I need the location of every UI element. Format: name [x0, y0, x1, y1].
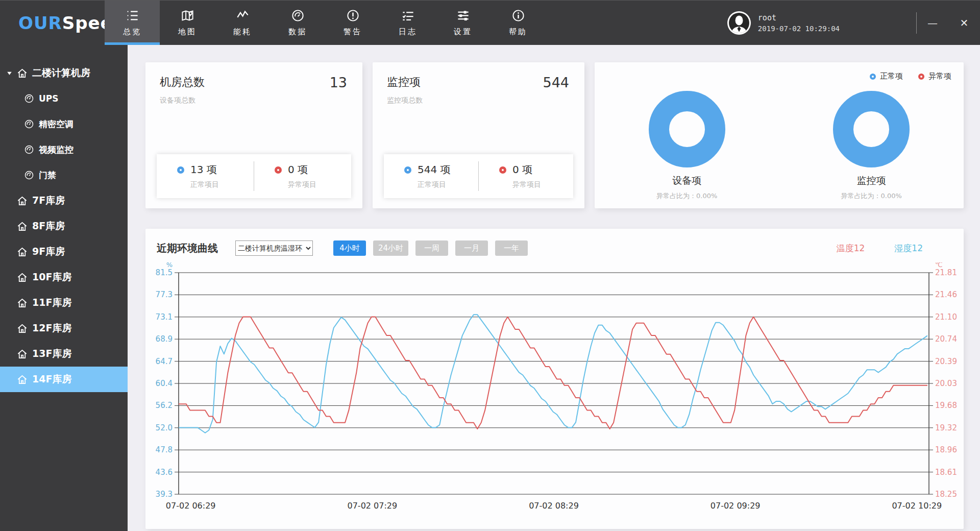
minimize-button[interactable]: —: [917, 1, 948, 45]
room-selector[interactable]: 二楼计算机房温湿环: [235, 240, 313, 256]
svg-text:21.81: 21.81: [935, 268, 957, 277]
sidebar-item-label: 7F库房: [32, 194, 65, 207]
list-icon: [126, 9, 139, 22]
nav-item-data[interactable]: 数据: [270, 1, 325, 45]
sidebar-subitem-door[interactable]: 门禁: [0, 162, 128, 188]
donut-legend: 正常项 异常项: [870, 71, 951, 81]
card-subtitle: 监控项总数: [387, 96, 570, 105]
monitor-donut-chart: [833, 91, 910, 167]
nav-item-settings[interactable]: 设置: [435, 1, 491, 45]
svg-text:19.68: 19.68: [935, 401, 957, 410]
svg-text:39.3: 39.3: [156, 490, 173, 499]
sidebar-item-8f[interactable]: 8F库房: [0, 213, 128, 239]
sidebar-item-11f[interactable]: 11F库房: [0, 290, 128, 316]
sliders-icon: [456, 9, 470, 22]
svg-text:07-02 10:29: 07-02 10:29: [892, 501, 942, 511]
range-button-4h[interactable]: 4小时: [333, 240, 366, 256]
legend-humidity[interactable]: 湿度12: [894, 243, 923, 254]
map-icon: [181, 9, 194, 22]
sidebar-item-10f[interactable]: 10F库房: [0, 264, 128, 290]
gauge-icon: [24, 144, 34, 155]
sidebar-item-label: 8F库房: [32, 220, 65, 233]
sidebar-subitem-video[interactable]: 视频监控: [0, 137, 128, 162]
sidebar-item-label: 9F库房: [32, 245, 65, 258]
svg-text:07-02 06:29: 07-02 06:29: [166, 501, 216, 511]
svg-text:56.2: 56.2: [156, 401, 173, 410]
current-datetime: 2019-07-02 10:29:04: [758, 25, 840, 33]
legend-normal-label: 正常项: [880, 71, 903, 81]
nav-item-log[interactable]: 日志: [380, 1, 435, 45]
range-button-24h[interactable]: 24小时: [373, 240, 408, 256]
normal-count: 544 项: [418, 163, 451, 177]
legend-temperature[interactable]: 温度12: [837, 243, 865, 254]
sidebar-subitem-ac[interactable]: 精密空调: [0, 111, 128, 137]
normal-label: 正常项目: [418, 180, 478, 189]
nav-item-map[interactable]: 地图: [160, 1, 215, 45]
home-icon: [16, 67, 28, 79]
home-icon: [16, 297, 28, 309]
nav-item-help[interactable]: 帮助: [491, 1, 546, 45]
sidebar-item-7f[interactable]: 7F库房: [0, 188, 128, 213]
svg-text:07-02 07:29: 07-02 07:29: [348, 501, 398, 511]
sidebar-item-13f[interactable]: 13F库房: [0, 341, 128, 367]
svg-text:21.46: 21.46: [935, 290, 957, 299]
sidebar-subitem-ups[interactable]: UPS: [0, 86, 128, 111]
abnormal-label: 异常项目: [512, 180, 573, 189]
svg-text:07-02 09:29: 07-02 09:29: [710, 501, 761, 511]
nav-label: 能耗: [233, 27, 252, 37]
legend-abnormal[interactable]: 异常项: [918, 71, 951, 81]
legend-normal[interactable]: 正常项: [870, 71, 903, 81]
sidebar-item-room-2f[interactable]: 二楼计算机房: [0, 60, 128, 86]
svg-text:43.6: 43.6: [156, 468, 173, 477]
monitor-total-card: 监控项 监控项总数 544 544 项 正常项目 0 项 异常项目: [373, 62, 584, 208]
abnormal-stat: 0 项 异常项目: [254, 163, 351, 189]
caret-spacer: [6, 223, 16, 230]
log-icon: [401, 9, 415, 22]
nav-label: 总览: [123, 27, 141, 37]
normal-ring-icon: [870, 74, 876, 80]
card-title: 机房总数: [160, 75, 348, 90]
app-logo: OURSpeed: [0, 1, 105, 45]
svg-text:77.3: 77.3: [156, 290, 173, 299]
sidebar-item-14f[interactable]: 14F库房: [0, 367, 128, 392]
svg-text:℃: ℃: [935, 262, 943, 269]
nav-label: 警告: [344, 27, 362, 37]
user-area: root 2019-07-02 10:29:04: [727, 1, 840, 45]
sidebar-item-label: 10F库房: [32, 271, 71, 284]
top-nav: 总览地图能耗数据警告日志设置帮助: [105, 1, 546, 45]
environment-chart-panel: 近期环境曲线 二楼计算机房温湿环 4小时 24小时 一周 一月 一年 温度12 …: [145, 229, 964, 529]
abnormal-stat: 0 项 异常项目: [479, 163, 573, 189]
sidebar: 二楼计算机房UPS精密空调视频监控门禁7F库房8F库房9F库房10F库房11F库…: [0, 45, 128, 531]
chart-legend: 温度12 湿度12: [837, 243, 923, 254]
energy-icon: [236, 9, 250, 22]
nav-label: 帮助: [509, 27, 527, 37]
gauge-icon: [24, 93, 34, 104]
normal-ring-icon: [404, 166, 411, 174]
app-window: OURSpeed 总览地图能耗数据警告日志设置帮助 root 2019-0: [0, 0, 980, 531]
nav-item-alert[interactable]: 警告: [325, 1, 380, 45]
card-subtitle: 设备项总数: [160, 96, 348, 105]
close-button[interactable]: ✕: [948, 1, 980, 45]
sidebar-item-label: 二楼计算机房: [32, 66, 90, 80]
user-info: root 2019-07-02 10:29:04: [758, 13, 840, 33]
home-icon: [16, 374, 28, 385]
monitor-donut-label: 监控项: [779, 174, 964, 187]
monitor-donut-ratio: 异常占比为：0.00%: [779, 191, 964, 201]
topbar: OURSpeed 总览地图能耗数据警告日志设置帮助 root 2019-0: [0, 0, 980, 45]
sidebar-item-12f[interactable]: 12F库房: [0, 316, 128, 341]
legend-abnormal-label: 异常项: [928, 71, 951, 81]
range-button-month[interactable]: 一月: [455, 240, 488, 256]
device-donut-group: 设备项 异常占比为：0.00%: [595, 91, 779, 201]
chart-title: 近期环境曲线: [157, 242, 218, 255]
home-icon: [16, 195, 28, 207]
nav-item-energy[interactable]: 能耗: [215, 1, 270, 45]
main-content: 机房总数 设备项总数 13 13 项 正常项目 0 项 异常项目: [128, 45, 980, 531]
caret-spacer: [6, 351, 16, 357]
abnormal-ring-icon: [499, 166, 506, 174]
home-icon: [16, 221, 28, 232]
range-button-week[interactable]: 一周: [415, 240, 448, 256]
normal-ring-icon: [177, 166, 184, 174]
nav-item-overview[interactable]: 总览: [105, 1, 160, 45]
sidebar-item-9f[interactable]: 9F库房: [0, 239, 128, 264]
range-button-year[interactable]: 一年: [495, 240, 528, 256]
